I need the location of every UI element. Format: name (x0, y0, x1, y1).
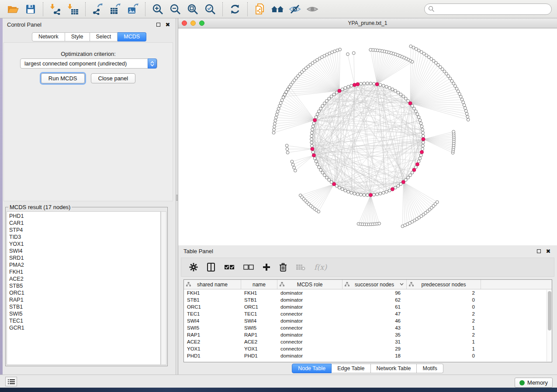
column-header-predecessor_nodes[interactable]: predecessor nodes (407, 280, 481, 289)
column-header-mcds_role[interactable]: MCDS role (277, 280, 343, 289)
table-row[interactable]: ACE2ACE2connector311 (184, 338, 552, 345)
table-row[interactable]: STB1STB1dominator620 (184, 296, 552, 303)
tab-network[interactable]: Network (32, 32, 65, 41)
mcds-result-item[interactable]: PMA2 (9, 261, 160, 268)
table-row[interactable]: TEC1TEC1connector472 (184, 310, 552, 317)
mcds-result-item[interactable]: CAR1 (9, 220, 160, 227)
mcds-result-item[interactable]: SRD1 (9, 254, 160, 261)
table-scrollbar[interactable] (547, 290, 551, 361)
zoom-fit-button[interactable] (186, 3, 199, 16)
refresh-button[interactable] (228, 3, 242, 16)
search-box[interactable] (424, 3, 552, 15)
mcds-result-item[interactable]: YOX1 (9, 241, 160, 248)
splitter-grip[interactable] (176, 195, 178, 201)
cell-shared_name: STB1 (184, 297, 241, 303)
close-panel-icon[interactable]: ✖ (164, 21, 171, 28)
add-column-icon[interactable] (263, 261, 270, 273)
import-table-icon (67, 3, 79, 15)
run-mcds-button[interactable]: Run MCDS (41, 73, 85, 83)
export-table-button[interactable] (109, 3, 122, 16)
mcds-result-item[interactable]: ACE2 (9, 275, 160, 282)
network-window-titlebar[interactable]: YPA_prune.txt_1 (178, 18, 557, 28)
show-all-button[interactable] (306, 3, 319, 16)
mcds-result-item[interactable]: STB5 (9, 282, 160, 289)
mcds-list-scrollbar[interactable] (161, 211, 166, 365)
clear-selection-icon[interactable] (243, 261, 254, 273)
zoom-out-button[interactable] (169, 3, 182, 16)
delete-table-icon[interactable] (296, 261, 305, 273)
export-table-icon (110, 3, 121, 15)
column-header-name[interactable]: name (241, 280, 277, 289)
mcds-result-item[interactable]: ORC1 (9, 289, 160, 296)
mcds-result-list[interactable]: PHD1CAR1STP4TID3YOX1SWI4SRD1PMA2FKH1ACE2… (7, 211, 161, 365)
column-header-successor_nodes[interactable]: successor nodes (343, 280, 407, 289)
close-table-panel-icon[interactable]: ✖ (545, 248, 552, 254)
mcds-result-item[interactable]: TEC1 (9, 317, 160, 324)
table-row[interactable]: SWI5SWI5connector431 (184, 324, 552, 331)
function-builder-icon[interactable]: f(x) (314, 261, 327, 273)
select-all-icon[interactable] (224, 261, 235, 273)
export-image-button[interactable] (126, 3, 139, 16)
mcds-result-item[interactable]: SWI5 (9, 310, 160, 317)
control-panel: Control Panel ✖ Network Style Select MCD… (3, 18, 176, 375)
home-button[interactable] (271, 3, 284, 16)
network-canvas[interactable] (178, 28, 557, 245)
import-network-button[interactable] (49, 3, 62, 16)
gear-icon[interactable] (189, 261, 198, 273)
memory-button[interactable]: Memory (515, 378, 553, 388)
duplicate-network-button[interactable] (253, 3, 266, 16)
export-network-button[interactable] (91, 3, 104, 16)
cell-successor_nodes: 62 (343, 297, 407, 303)
cell-shared_name: ACE2 (184, 339, 241, 344)
search-input[interactable] (435, 5, 551, 14)
memory-label: Memory (527, 379, 548, 386)
zoom-in-button[interactable] (151, 3, 164, 16)
mcds-result-item[interactable]: FKH1 (9, 268, 160, 275)
table-scrollbar-thumb[interactable] (548, 291, 551, 330)
save-session-icon (25, 4, 36, 14)
task-history-button[interactable] (5, 377, 17, 386)
delete-column-icon[interactable] (279, 261, 287, 273)
table-row[interactable]: YOX1YOX1connector291 (184, 345, 552, 352)
column-header-shared_name[interactable]: shared name (184, 280, 241, 289)
mcds-result-item[interactable]: TID3 (9, 234, 160, 241)
cell-mcds_role: dominator (277, 332, 343, 337)
table-row[interactable]: SWI4SWI4dominator462 (184, 317, 552, 324)
column-label: name (253, 282, 266, 288)
table-row[interactable]: PHD1PHD1dominator180 (184, 352, 552, 359)
mcds-result-item[interactable]: SWI4 (9, 248, 160, 254)
hide-selected-button[interactable] (288, 3, 301, 16)
criterion-select[interactable]: largest connected component (undirected) (20, 58, 157, 69)
tab-node-table[interactable]: Node Table (292, 364, 332, 373)
close-panel-button[interactable]: Close panel (91, 73, 136, 83)
import-table-button[interactable] (66, 3, 80, 16)
save-session-button[interactable] (24, 3, 37, 16)
tab-motifs[interactable]: Motifs (417, 364, 443, 373)
cell-shared_name: YOX1 (184, 346, 241, 351)
tab-network-table[interactable]: Network Table (371, 364, 417, 373)
mcds-result-item[interactable]: STP4 (9, 227, 160, 234)
mcds-result-item[interactable]: GCR1 (9, 324, 160, 331)
mcds-result-item[interactable]: RAP1 (9, 296, 160, 303)
tab-edge-table[interactable]: Edge Table (332, 364, 370, 373)
cell-successor_nodes: 46 (343, 318, 407, 323)
mcds-result-item[interactable]: STB1 (9, 303, 160, 310)
table-row[interactable]: ORC1ORC1dominator610 (184, 303, 552, 310)
float-panel-icon[interactable] (155, 21, 162, 28)
export-network-icon (92, 3, 104, 15)
cell-shared_name: RAP1 (184, 332, 241, 337)
open-file-button[interactable] (7, 3, 20, 16)
zoom-selected-button[interactable] (204, 3, 217, 16)
column-label: predecessor nodes (421, 282, 466, 288)
cell-successor_nodes: 47 (343, 311, 407, 316)
tab-style[interactable]: Style (65, 32, 90, 41)
table-row[interactable]: RAP1RAP1dominator352 (184, 331, 552, 338)
network-view-window: YPA_prune.txt_1 (178, 18, 557, 245)
split-columns-icon[interactable] (207, 261, 215, 273)
mcds-result-item[interactable]: PHD1 (9, 213, 160, 220)
float-table-panel-icon[interactable] (535, 248, 542, 254)
table-row[interactable]: FKH1FKH1dominator962 (184, 289, 552, 296)
tab-select[interactable]: Select (90, 32, 118, 41)
cell-mcds_role: connector (277, 339, 343, 344)
tab-mcds[interactable]: MCDS (118, 32, 146, 41)
